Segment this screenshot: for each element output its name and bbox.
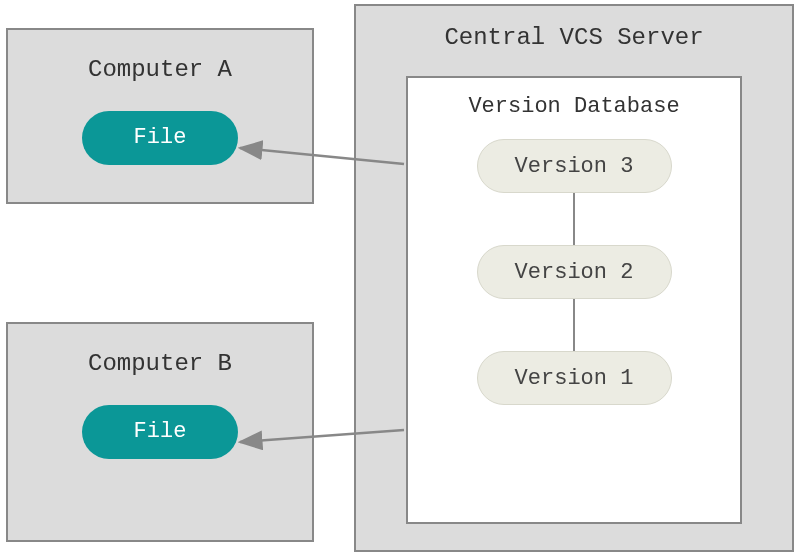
version-pill-1: Version 1 bbox=[477, 351, 672, 405]
computer-b-title: Computer B bbox=[8, 324, 312, 387]
file-pill-b: File bbox=[82, 405, 238, 459]
version-connector bbox=[573, 299, 575, 351]
computer-b-box: Computer B File bbox=[6, 322, 314, 542]
computer-a-title: Computer A bbox=[8, 30, 312, 93]
computer-a-box: Computer A File bbox=[6, 28, 314, 204]
versions-list: Version 3 Version 2 Version 1 bbox=[408, 139, 740, 405]
version-pill-3: Version 3 bbox=[477, 139, 672, 193]
version-pill-2: Version 2 bbox=[477, 245, 672, 299]
file-pill-a: File bbox=[82, 111, 238, 165]
version-connector bbox=[573, 193, 575, 245]
server-box: Central VCS Server Version Database Vers… bbox=[354, 4, 794, 552]
version-database-box: Version Database Version 3 Version 2 Ver… bbox=[406, 76, 742, 524]
server-title: Central VCS Server bbox=[356, 6, 792, 61]
database-title: Version Database bbox=[408, 78, 740, 127]
